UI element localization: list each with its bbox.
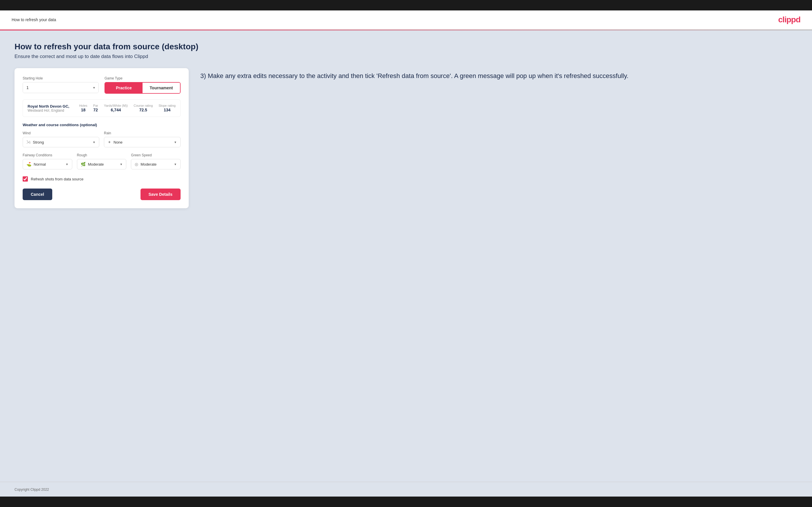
cancel-button[interactable]: Cancel [22, 188, 52, 200]
green-speed-value: Moderate [141, 162, 171, 167]
wind-label: Wind [22, 131, 99, 135]
content-area: Starting Hole 1 10 ▼ Game Type Practice … [14, 68, 798, 208]
header-title: How to refresh your data [12, 17, 56, 22]
practice-button[interactable]: Practice [105, 83, 143, 93]
yards-label: Yards/White (M)) [104, 104, 128, 107]
par-value: 72 [94, 108, 98, 112]
green-speed-arrow-icon: ▼ [174, 163, 177, 166]
wind-group: Wind 🌬 Strong ▼ [22, 131, 99, 147]
starting-hole-select-wrapper: 1 10 ▼ [22, 82, 99, 93]
rough-icon: 🌿 [81, 162, 86, 167]
course-rating-value: 72.5 [139, 108, 147, 112]
starting-hole-select[interactable]: 1 10 [23, 82, 98, 93]
save-button[interactable]: Save Details [141, 188, 181, 200]
instruction-panel: 3) Make any extra edits necessary to the… [200, 68, 798, 83]
wind-rain-grid: Wind 🌬 Strong ▼ Rain ✦ None ▼ [22, 131, 181, 147]
yards-stat: Yards/White (M)) 6,744 [104, 104, 128, 113]
course-name: Royal North Devon GC, [28, 104, 73, 109]
starting-hole-group: Starting Hole 1 10 ▼ [22, 76, 99, 94]
course-info: Royal North Devon GC, Westward Ho!, Engl… [28, 104, 73, 113]
course-rating-stat: Course rating 72.5 [134, 104, 153, 113]
fairway-icon: ⛳ [27, 162, 31, 167]
fairway-label: Fairway Conditions [22, 153, 72, 157]
wind-select[interactable]: 🌬 Strong ▼ [22, 137, 99, 147]
rough-arrow-icon: ▼ [119, 163, 122, 166]
holes-value: 18 [81, 108, 86, 112]
main-content: How to refresh your data from source (de… [0, 31, 812, 482]
refresh-checkbox-label: Refresh shots from data source [31, 177, 83, 181]
fairway-select[interactable]: ⛳ Normal ▼ [22, 159, 72, 169]
footer: Copyright Clippd 2022 [0, 482, 812, 497]
rain-icon: ✦ [108, 140, 111, 145]
game-type-group: Game Type Practice Tournament [104, 76, 181, 94]
game-type-label: Game Type [104, 76, 181, 80]
slope-rating-stat: Slope rating 134 [158, 104, 175, 113]
holes-stat: Holes 18 [79, 104, 87, 113]
fairway-value: Normal [34, 162, 63, 167]
yards-value: 6,744 [111, 108, 121, 112]
course-rating-label: Course rating [134, 104, 153, 107]
par-label: Par [93, 104, 98, 107]
green-speed-label: Green Speed [131, 153, 181, 157]
rain-select[interactable]: ✦ None ▼ [104, 137, 181, 147]
par-stat: Par 72 [93, 104, 98, 113]
rain-arrow-icon: ▼ [174, 141, 177, 144]
game-type-toggle: Practice Tournament [104, 82, 181, 94]
green-speed-select[interactable]: ◎ Moderate ▼ [131, 159, 181, 169]
rough-group: Rough 🌿 Moderate ▼ [77, 153, 126, 169]
fairway-arrow-icon: ▼ [66, 163, 68, 166]
refresh-checkbox[interactable] [22, 176, 28, 181]
page-subheading: Ensure the correct and most up to date d… [14, 54, 798, 59]
rain-value: None [113, 140, 171, 145]
tournament-button[interactable]: Tournament [143, 83, 180, 93]
top-bar [0, 0, 812, 10]
form-actions: Cancel Save Details [22, 188, 181, 200]
holes-label: Holes [79, 104, 87, 107]
header: How to refresh your data clippd [0, 10, 812, 30]
footer-text: Copyright Clippd 2022 [14, 488, 49, 492]
instruction-text: 3) Make any extra edits necessary to the… [200, 71, 798, 80]
form-panel: Starting Hole 1 10 ▼ Game Type Practice … [14, 68, 189, 208]
rain-group: Rain ✦ None ▼ [104, 131, 181, 147]
wind-arrow-icon: ▼ [93, 141, 96, 144]
green-speed-icon: ◎ [135, 162, 138, 167]
rough-select[interactable]: 🌿 Moderate ▼ [77, 159, 126, 169]
fairway-group: Fairway Conditions ⛳ Normal ▼ [22, 153, 72, 169]
starting-hole-label: Starting Hole [22, 76, 99, 80]
bottom-bar [0, 497, 812, 507]
course-row: Royal North Devon GC, Westward Ho!, Engl… [22, 100, 181, 117]
fairway-rough-green-grid: Fairway Conditions ⛳ Normal ▼ Rough 🌿 Mo… [22, 153, 181, 169]
rough-label: Rough [77, 153, 126, 157]
wind-icon: 🌬 [27, 140, 31, 145]
slope-rating-label: Slope rating [158, 104, 175, 107]
wind-value: Strong [33, 140, 90, 145]
logo: clippd [778, 15, 800, 24]
slope-rating-value: 134 [164, 108, 170, 112]
page-heading: How to refresh your data from source (de… [14, 42, 798, 51]
starting-hole-game-type-row: Starting Hole 1 10 ▼ Game Type Practice … [22, 76, 181, 94]
weather-section-title: Weather and course conditions (optional) [22, 123, 181, 127]
refresh-checkbox-row: Refresh shots from data source [22, 176, 181, 181]
rough-value: Moderate [88, 162, 117, 167]
green-speed-group: Green Speed ◎ Moderate ▼ [131, 153, 181, 169]
course-location: Westward Ho!, England [28, 109, 73, 113]
rain-label: Rain [104, 131, 181, 135]
